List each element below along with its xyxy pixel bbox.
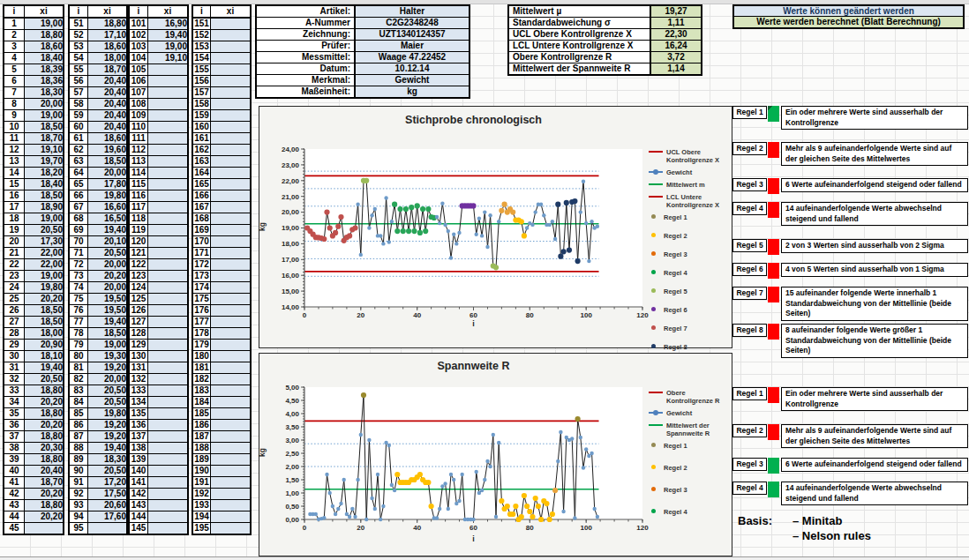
xi-value-cell[interactable]	[211, 305, 252, 317]
xi-value-cell[interactable]: 20,00	[88, 259, 128, 271]
xi-value-cell[interactable]	[211, 397, 252, 408]
xi-value-cell[interactable]	[148, 454, 189, 466]
xi-value-cell[interactable]	[211, 443, 252, 454]
xi-value-cell[interactable]	[211, 99, 252, 110]
xi-value-cell[interactable]: 20,00	[88, 168, 128, 179]
field-value[interactable]: Halter	[355, 5, 469, 18]
rule-status-indicator[interactable]	[768, 287, 779, 302]
xi-value-cell[interactable]	[148, 122, 189, 133]
xi-value-cell[interactable]	[211, 259, 252, 271]
xi-value-cell[interactable]: 18,10	[25, 351, 64, 362]
xi-value-cell[interactable]	[148, 374, 189, 385]
xi-value-cell[interactable]: 18,00	[25, 328, 64, 340]
xi-value-cell[interactable]	[148, 489, 189, 500]
xi-value-cell[interactable]	[148, 408, 189, 420]
xi-value-cell[interactable]: 20,20	[25, 489, 64, 500]
xi-value-cell[interactable]: 20,10	[88, 236, 128, 248]
xi-value-cell[interactable]	[211, 420, 252, 431]
xi-value-cell[interactable]	[211, 500, 252, 511]
xi-value-cell[interactable]: 20,00	[88, 282, 128, 294]
xi-value-cell[interactable]	[148, 317, 189, 328]
field-value[interactable]: C2G2348248	[355, 18, 469, 29]
xi-value-cell[interactable]	[148, 213, 189, 225]
rule-status-indicator[interactable]	[768, 424, 779, 440]
xi-value-cell[interactable]: 18,30	[25, 87, 64, 99]
xi-value-cell[interactable]	[211, 362, 252, 374]
xi-value-cell[interactable]: 18,50	[25, 190, 64, 202]
xi-value-cell[interactable]	[211, 431, 252, 443]
xi-value-cell[interactable]: 19,50	[88, 294, 128, 305]
xi-value-cell[interactable]: 20,20	[25, 511, 64, 523]
xi-value-cell[interactable]	[211, 156, 252, 168]
field-value[interactable]: Maier	[355, 41, 469, 52]
xi-value-cell[interactable]: 20,50	[25, 225, 64, 236]
xi-value-cell[interactable]: 20,50	[88, 397, 128, 408]
xi-value-cell[interactable]: 20,40	[88, 99, 128, 110]
xi-value-cell[interactable]	[211, 87, 252, 99]
xi-value-cell[interactable]	[148, 294, 189, 305]
xi-value-cell[interactable]	[148, 168, 189, 179]
xi-value-cell[interactable]: 19,30	[88, 351, 128, 362]
xi-value-cell[interactable]	[211, 190, 252, 202]
xi-value-cell[interactable]: 18,90	[25, 202, 64, 213]
xi-value-cell[interactable]: 20,40	[88, 76, 128, 87]
xi-value-cell[interactable]	[148, 190, 189, 202]
xi-value-cell[interactable]	[211, 41, 252, 53]
xi-value-cell[interactable]: 18,60	[88, 41, 128, 53]
xi-value-cell[interactable]	[211, 202, 252, 213]
xi-value-cell[interactable]	[211, 225, 252, 236]
rule-status-indicator[interactable]	[768, 324, 779, 340]
xi-value-cell[interactable]: 17,50	[88, 489, 128, 500]
xi-value-cell[interactable]: 19,50	[88, 305, 128, 317]
xi-value-cell[interactable]: 18,20	[25, 168, 64, 179]
xi-value-cell[interactable]: 19,10	[25, 145, 64, 156]
field-value[interactable]: Gewicht	[355, 75, 469, 86]
xi-value-cell[interactable]: 20,40	[88, 87, 128, 99]
xi-value-cell[interactable]	[211, 64, 252, 76]
xi-value-cell[interactable]	[148, 202, 189, 213]
xi-value-cell[interactable]	[148, 271, 189, 282]
xi-value-cell[interactable]: 16,50	[88, 213, 128, 225]
xi-value-cell[interactable]: 19,20	[88, 362, 128, 374]
xi-value-cell[interactable]	[211, 408, 252, 420]
xi-value-cell[interactable]: 20,40	[88, 110, 128, 122]
xi-value-cell[interactable]	[148, 87, 189, 99]
xi-value-cell[interactable]	[148, 523, 189, 535]
xi-value-cell[interactable]	[211, 110, 252, 122]
xi-value-cell[interactable]: 20,40	[25, 466, 64, 477]
xi-value-cell[interactable]: 18,36	[25, 76, 64, 87]
field-value[interactable]: UZT1340124357	[355, 29, 469, 41]
xi-value-cell[interactable]	[148, 362, 189, 374]
rule-status-indicator[interactable]	[768, 239, 779, 255]
xi-value-cell[interactable]: 20,50	[88, 248, 128, 259]
xi-value-cell[interactable]	[148, 351, 189, 362]
xi-value-cell[interactable]: 16,60	[88, 202, 128, 213]
xi-value-cell[interactable]	[148, 397, 189, 408]
xi-value-cell[interactable]: 20,20	[25, 294, 64, 305]
xi-value-cell[interactable]: 18,80	[25, 385, 64, 397]
xi-value-cell[interactable]: 22,00	[25, 248, 64, 259]
xi-value-cell[interactable]: 19,40	[88, 317, 128, 328]
range-chart[interactable]: 0,000,501,001,502,002,503,003,504,004,50…	[259, 353, 732, 556]
xi-value-cell[interactable]	[148, 236, 189, 248]
xi-value-cell[interactable]: 18,50	[25, 122, 64, 133]
xi-value-cell[interactable]: 18,50	[25, 317, 64, 328]
xi-value-cell[interactable]	[25, 523, 64, 535]
xi-value-cell[interactable]: 18,80	[88, 18, 128, 30]
xi-value-cell[interactable]	[211, 168, 252, 179]
xi-value-cell[interactable]: 19,40	[148, 30, 189, 41]
xi-value-cell[interactable]	[211, 122, 252, 133]
xi-value-cell[interactable]	[211, 454, 252, 466]
xi-value-cell[interactable]	[211, 271, 252, 282]
xi-value-cell[interactable]: 20,50	[88, 466, 128, 477]
field-value[interactable]: kg	[355, 86, 469, 99]
xi-value-cell[interactable]	[148, 64, 189, 76]
xi-value-cell[interactable]	[211, 213, 252, 225]
xi-value-cell[interactable]: 19,20	[88, 420, 128, 431]
xi-value-cell[interactable]: 19,70	[25, 156, 64, 168]
rule-status-indicator[interactable]	[768, 106, 779, 122]
xi-value-cell[interactable]	[211, 511, 252, 523]
xi-value-cell[interactable]	[211, 477, 252, 489]
xi-value-cell[interactable]	[148, 466, 189, 477]
xi-value-cell[interactable]: 19,00	[25, 213, 64, 225]
